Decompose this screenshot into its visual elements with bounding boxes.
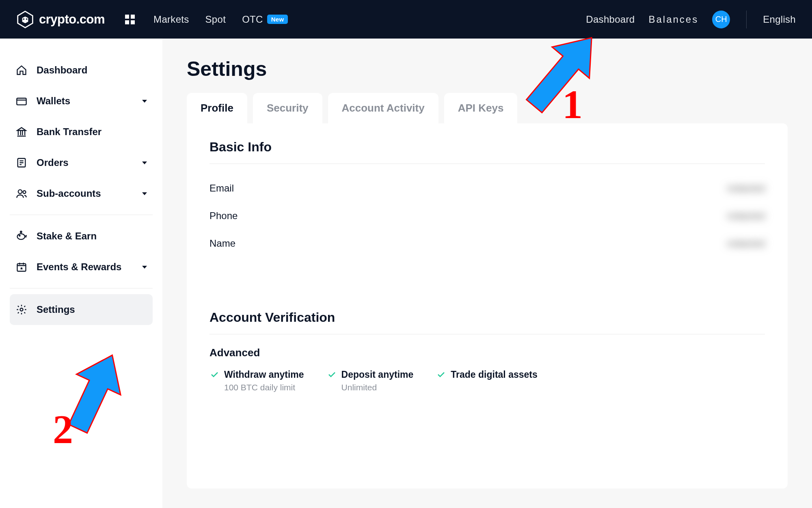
nav-balances[interactable]: Balances (648, 14, 698, 25)
tabs: Profile Security Account Activity API Ke… (187, 93, 788, 123)
svg-point-0 (23, 18, 25, 20)
svg-point-8 (20, 231, 22, 233)
sidebar-item-label: Settings (37, 304, 75, 315)
check-icon (209, 370, 219, 381)
nav-otc[interactable]: OTC New (242, 14, 288, 25)
tab-label: API Keys (458, 102, 504, 114)
avatar[interactable]: CH (712, 11, 730, 28)
nav-label: Markets (153, 14, 189, 25)
field-email: Email redacted (209, 174, 765, 202)
divider (209, 334, 765, 334)
verification-features: Withdraw anytime 100 BTC daily limit Dep… (209, 369, 765, 392)
sidebar: Dashboard Wallets Bank Transfer Orders (0, 39, 162, 508)
svg-point-1 (26, 18, 28, 20)
wallet-icon (15, 95, 28, 107)
feature-title: Deposit anytime (341, 369, 414, 381)
tab-label: Security (267, 102, 309, 114)
divider (209, 164, 765, 164)
svg-point-10 (20, 308, 23, 311)
tab-security[interactable]: Security (253, 93, 322, 123)
badge-new: New (267, 15, 288, 24)
field-value: redacted (727, 210, 765, 222)
orders-icon (15, 157, 28, 168)
nav-language[interactable]: English (763, 14, 796, 25)
sidebar-item-label: Dashboard (37, 65, 87, 76)
feature-subtitle: Unlimited (341, 383, 414, 392)
tab-profile[interactable]: Profile (187, 93, 247, 123)
tab-label: Account Activity (342, 102, 425, 114)
nav-label: Balances (648, 14, 698, 25)
sidebar-item-label: Events & Rewards (37, 261, 121, 273)
top-nav-right: Dashboard Balances CH English (586, 11, 796, 28)
verification-title: Account Verification (209, 310, 765, 325)
brand-logo[interactable]: crypto.com (16, 11, 105, 28)
sidebar-item-bank-transfer[interactable]: Bank Transfer (10, 116, 153, 147)
chevron-down-icon (142, 192, 147, 195)
chevron-down-icon (142, 266, 147, 269)
feature-trade: Trade digital assets (436, 369, 537, 392)
sidebar-item-label: Sub-accounts (37, 188, 101, 199)
svg-point-7 (19, 235, 20, 236)
brand-name: crypto.com (39, 12, 105, 27)
svg-point-4 (18, 190, 22, 194)
sidebar-item-dashboard[interactable]: Dashboard (10, 55, 153, 86)
sidebar-item-wallets[interactable]: Wallets (10, 86, 153, 116)
piggy-icon (15, 230, 28, 242)
svg-rect-2 (17, 98, 26, 105)
tab-api-keys[interactable]: API Keys (444, 93, 518, 123)
page-title: Settings (187, 57, 788, 81)
field-name: Name redacted (209, 230, 765, 257)
nav-spot[interactable]: Spot (205, 14, 226, 25)
sidebar-item-events-rewards[interactable]: Events & Rewards (10, 252, 153, 282)
sidebar-item-label: Bank Transfer (37, 126, 102, 138)
sidebar-item-orders[interactable]: Orders (10, 147, 153, 178)
avatar-initials: CH (715, 15, 727, 24)
field-phone: Phone redacted (209, 202, 765, 230)
users-icon (15, 188, 28, 199)
chevron-down-icon (142, 100, 147, 103)
brand-logo-icon (16, 11, 34, 28)
chevron-down-icon (142, 161, 147, 164)
feature-subtitle: 100 BTC daily limit (224, 383, 304, 392)
sidebar-item-sub-accounts[interactable]: Sub-accounts (10, 178, 153, 209)
check-icon (436, 370, 446, 381)
field-value: redacted (727, 183, 765, 194)
divider (10, 288, 153, 288)
nav-dashboard[interactable]: Dashboard (586, 14, 635, 25)
sidebar-item-settings[interactable]: Settings (10, 294, 153, 325)
svg-point-6 (17, 234, 25, 239)
tab-label: Profile (201, 102, 233, 114)
sidebar-item-stake-earn[interactable]: Stake & Earn (10, 221, 153, 252)
app-grid-icon[interactable] (125, 15, 135, 24)
divider (746, 11, 747, 28)
top-header: crypto.com Markets Spot OTC New Dashboar… (0, 0, 812, 39)
field-label: Name (209, 238, 235, 249)
feature-withdraw: Withdraw anytime 100 BTC daily limit (209, 369, 304, 392)
nav-label: Spot (205, 14, 226, 25)
divider (10, 215, 153, 215)
feature-title: Trade digital assets (451, 369, 537, 381)
nav-label: Dashboard (586, 14, 635, 25)
svg-point-5 (23, 191, 26, 194)
nav-label: OTC (242, 14, 263, 25)
calendar-icon (15, 261, 28, 273)
verification-level: Advanced (209, 347, 765, 359)
nav-markets[interactable]: Markets (153, 14, 189, 25)
nav-label: English (763, 14, 796, 25)
feature-title: Withdraw anytime (224, 369, 304, 381)
check-icon (327, 370, 337, 381)
sidebar-item-label: Orders (37, 157, 69, 168)
settings-panel: Basic Info Email redacted Phone redacted… (187, 123, 788, 489)
field-value: redacted (727, 238, 765, 249)
top-nav-left: Markets Spot OTC New (153, 14, 288, 25)
feature-deposit: Deposit anytime Unlimited (327, 369, 414, 392)
sidebar-item-label: Wallets (37, 95, 70, 107)
main-content: Settings Profile Security Account Activi… (162, 39, 812, 508)
field-label: Email (209, 183, 234, 194)
gear-icon (15, 304, 28, 315)
tab-account-activity[interactable]: Account Activity (328, 93, 438, 123)
bank-icon (15, 126, 28, 138)
basic-info-title: Basic Info (209, 140, 765, 155)
field-label: Phone (209, 210, 238, 222)
home-icon (15, 65, 28, 76)
